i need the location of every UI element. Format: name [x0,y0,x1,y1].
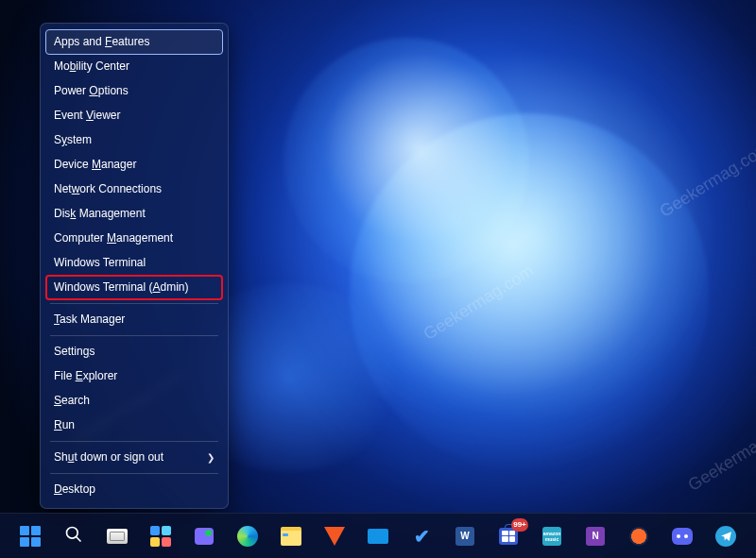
winx-item-windows-terminal-admin[interactable]: Windows Terminal (Admin) [46,276,222,299]
menu-item-label: Power Options [54,84,129,98]
chevron-right-icon: ❯ [207,450,215,465]
taskbar-taskview-icon[interactable] [99,518,135,554]
menu-item-label: Mobility Center [54,59,129,74]
winx-item-run[interactable]: Run [46,414,222,437]
menu-separator [50,441,218,442]
taskbar-resolve-icon[interactable] [621,518,657,554]
taskbar-onenote-icon[interactable]: N [577,518,613,554]
menu-item-label: Desktop [54,482,95,497]
svg-point-0 [67,527,78,538]
taskbar-explorer-icon[interactable] [273,518,309,554]
menu-separator [50,303,218,304]
winx-item-system[interactable]: System [46,128,222,152]
svg-line-1 [77,536,81,541]
taskbar-mail-icon[interactable] [360,518,396,554]
winx-item-disk-management[interactable]: Disk Management [46,202,222,226]
taskbar-start-icon[interactable] [12,518,48,554]
taskview-icon [106,525,129,548]
menu-separator [50,473,218,474]
menu-item-label: Run [54,418,75,432]
taskbar-search-icon[interactable] [56,518,92,554]
winx-item-device-manager[interactable]: Device Manager [46,153,222,177]
onenote-icon: N [584,525,607,548]
winx-item-power-options[interactable]: Power Options [46,79,222,103]
resolve-icon [627,525,650,548]
taskbar-amazonmusic-icon[interactable]: amazonmusic [534,518,570,554]
menu-item-label: File Explorer [54,369,117,383]
menu-item-label: Settings [54,345,94,359]
menu-item-label: Shut down or sign out [54,450,163,465]
winx-item-event-viewer[interactable]: Event Viewer [46,104,222,127]
winx-item-network-connections[interactable]: Network Connections [46,178,222,201]
winx-item-windows-terminal[interactable]: Windows Terminal [46,251,222,275]
taskbar-chat-icon[interactable] [186,518,222,554]
search-icon [62,525,85,548]
word-icon: W [454,525,476,548]
menu-item-label: Search [54,394,90,408]
taskbar-brave-icon[interactable] [317,518,352,554]
winx-menu: Apps and FeaturesMobility CenterPower Op… [40,23,229,509]
taskbar-todo-icon[interactable]: ✔ [404,518,439,554]
menu-item-label: Apps and Features [54,35,149,49]
menu-item-label: Device Manager [54,158,136,172]
widgets-icon [149,525,172,548]
winx-item-file-explorer[interactable]: File Explorer [46,364,222,388]
winx-item-mobility-center[interactable]: Mobility Center [46,55,222,78]
menu-item-label: Disk Management [54,207,146,221]
taskbar: ✔W99+amazonmusicN [0,513,756,558]
winx-item-computer-management[interactable]: Computer Management [46,227,222,250]
menu-item-label: Network Connections [54,182,162,196]
mail-icon [367,525,389,548]
menu-item-label: Computer Management [54,231,173,245]
onenote-glyph: N [592,531,598,541]
chat-icon [193,525,215,548]
edge-icon [236,525,259,548]
badge: 99+ [511,518,528,532]
taskbar-store-icon[interactable]: 99+ [490,518,526,554]
start-icon [19,525,42,548]
winx-item-task-manager[interactable]: Task Manager [46,308,222,331]
menu-item-label: Windows Terminal (Admin) [54,280,189,295]
amazonmusic-icon: amazonmusic [541,525,563,548]
menu-separator [50,335,218,336]
word-glyph: W [460,531,469,541]
menu-item-label: System [54,133,92,147]
winx-item-settings[interactable]: Settings [46,340,222,364]
taskbar-discord-icon[interactable] [664,518,700,554]
menu-item-label: Event Viewer [54,109,121,123]
winx-item-search[interactable]: Search [46,389,222,413]
taskbar-telegram-icon[interactable] [708,518,744,554]
menu-item-label: Windows Terminal [54,256,146,270]
winx-item-desktop[interactable]: Desktop [46,478,222,501]
telegram-icon [714,525,737,548]
todo-icon: ✔ [410,525,433,548]
explorer-icon [280,525,302,548]
taskbar-widgets-icon[interactable] [143,518,179,554]
taskbar-word-icon[interactable]: W [447,518,483,554]
winx-item-apps-and-features[interactable]: Apps and Features [46,30,222,54]
discord-icon [671,525,694,548]
brave-icon [323,525,346,548]
taskbar-edge-icon[interactable] [230,518,266,554]
winx-item-shut-down-or-sign-out[interactable]: Shut down or sign out❯ [46,446,222,469]
menu-item-label: Task Manager [54,313,125,327]
